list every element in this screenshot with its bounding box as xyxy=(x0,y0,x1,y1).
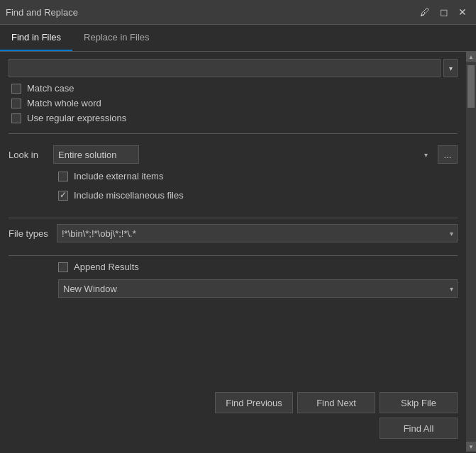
include-external-row: Include external items xyxy=(58,171,458,181)
file-types-input[interactable] xyxy=(57,224,458,242)
file-types-label: File types xyxy=(9,228,51,239)
include-misc-row: Include miscellaneous files xyxy=(58,190,458,201)
match-whole-word-checkbox[interactable] xyxy=(11,99,21,108)
use-regex-label[interactable]: Use regular expressions xyxy=(27,113,126,123)
use-regex-row: Use regular expressions xyxy=(9,113,458,123)
title-bar-controls: 🖊 ◻ ✕ xyxy=(416,6,470,18)
include-section: Include external items Include miscellan… xyxy=(9,171,458,205)
look-in-label: Look in xyxy=(9,150,48,160)
browse-button[interactable]: ... xyxy=(438,145,458,164)
window-select[interactable]: New Window Current Window xyxy=(58,279,458,298)
match-whole-word-row: Match whole word xyxy=(9,98,458,108)
include-misc-checkbox[interactable] xyxy=(58,191,68,201)
append-results-checkbox[interactable] xyxy=(58,262,68,272)
title-bar: Find and Replace 🖊 ◻ ✕ xyxy=(0,0,476,25)
window-select-wrapper: New Window Current Window xyxy=(58,279,458,298)
separator-2 xyxy=(9,218,458,218)
skip-file-button[interactable]: Skip File xyxy=(380,392,458,413)
include-external-label[interactable]: Include external items xyxy=(74,171,163,181)
scroll-track xyxy=(466,62,476,442)
form-area: ▾ Match case Match whole word Use regula… xyxy=(0,52,466,452)
close-button[interactable]: ✕ xyxy=(455,6,470,18)
match-case-checkbox[interactable] xyxy=(11,84,21,94)
find-next-button[interactable]: Find Next xyxy=(297,392,375,413)
scroll-up-arrow[interactable]: ▲ xyxy=(466,52,476,62)
append-results-label[interactable]: Append Results xyxy=(74,262,139,272)
search-input[interactable] xyxy=(9,59,441,77)
button-row-2: Find All xyxy=(9,418,458,439)
include-external-checkbox[interactable] xyxy=(58,172,68,181)
find-all-button[interactable]: Find All xyxy=(380,418,458,439)
look-in-select[interactable]: Entire solution Current Project Current … xyxy=(53,145,139,164)
restore-button[interactable]: ◻ xyxy=(436,6,452,18)
match-case-row: Match case xyxy=(9,83,458,94)
search-input-row: ▾ xyxy=(9,59,458,77)
find-previous-button[interactable]: Find Previous xyxy=(215,392,293,413)
match-whole-word-label[interactable]: Match whole word xyxy=(27,98,101,108)
include-misc-label[interactable]: Include miscellaneous files xyxy=(74,190,184,201)
window-row: New Window Current Window xyxy=(9,279,458,298)
tab-replace-in-files[interactable]: Replace in Files xyxy=(72,25,161,51)
scrollbar: ▲ ▼ xyxy=(466,52,476,452)
tab-find-in-files[interactable]: Find in Files xyxy=(0,25,72,51)
scroll-down-arrow[interactable]: ▼ xyxy=(466,442,476,452)
look-in-select-wrapper: Entire solution Current Project Current … xyxy=(53,145,432,164)
search-dropdown-button[interactable]: ▾ xyxy=(443,59,458,77)
look-in-row: Look in Entire solution Current Project … xyxy=(9,145,458,164)
main-content: ▾ Match case Match whole word Use regula… xyxy=(0,52,476,452)
tabs-container: Find in Files Replace in Files xyxy=(0,25,476,52)
file-types-row: File types xyxy=(9,224,458,242)
use-regex-checkbox[interactable] xyxy=(11,113,21,123)
title-bar-text: Find and Replace xyxy=(6,7,78,18)
match-case-label[interactable]: Match case xyxy=(27,83,74,94)
scroll-thumb[interactable] xyxy=(467,65,475,108)
append-results-row: Append Results xyxy=(9,262,458,272)
file-types-select-wrapper xyxy=(57,224,458,242)
button-row-1: Find Previous Find Next Skip File xyxy=(9,392,458,413)
separator-3 xyxy=(9,255,458,256)
separator-1 xyxy=(9,133,458,134)
pin-button[interactable]: 🖊 xyxy=(416,6,433,18)
